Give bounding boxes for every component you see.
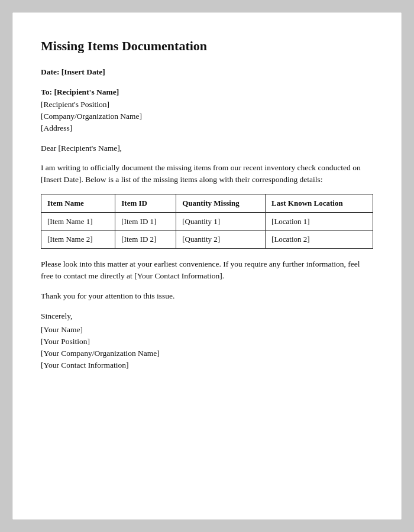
table-cell-0-0: [Item Name 1] <box>41 212 115 231</box>
to-label: To: <box>41 87 54 96</box>
table-cell-0-2: [Quantity 1] <box>176 212 266 231</box>
table-row: [Item Name 2][Item ID 2][Quantity 2][Loc… <box>41 231 373 249</box>
table-cell-0-1: [Item ID 1] <box>115 212 176 231</box>
your-company: [Your Company/Organization Name] <box>41 348 373 359</box>
table-cell-1-1: [Item ID 2] <box>115 231 176 249</box>
closing-sincerely: Sincerely, <box>41 310 373 322</box>
date-line: Date: [Insert Date] <box>41 66 373 78</box>
your-contact: [Your Contact Information] <box>41 359 373 371</box>
recipient-name-inline: [Recipient's Name] <box>54 87 119 96</box>
thank-you-paragraph: Thank you for your attention to this iss… <box>41 290 373 302</box>
address: [Address] <box>41 122 373 134</box>
your-position: [Your Position] <box>41 336 373 348</box>
body-paragraph: I am writing to officially document the … <box>41 162 373 186</box>
document-title: Missing Items Documentation <box>41 36 373 56</box>
table-cell-1-2: [Quantity 2] <box>176 231 266 249</box>
col-header-quantity-missing: Quantity Missing <box>176 194 266 213</box>
items-table: Item Name Item ID Quantity Missing Last … <box>41 194 373 249</box>
company-name: [Company/Organization Name] <box>41 111 373 122</box>
your-name: [Your Name] <box>41 324 373 336</box>
table-cell-1-3: [Location 2] <box>266 231 373 249</box>
table-header-row: Item Name Item ID Quantity Missing Last … <box>41 194 373 213</box>
recipient-position: [Recipient's Position] <box>41 99 373 111</box>
closing-block: Sincerely, [Your Name] [Your Position] [… <box>41 310 373 371</box>
document-page: Missing Items Documentation Date: [Inser… <box>12 12 402 520</box>
salutation: Dear [Recipient's Name], <box>41 142 373 154</box>
table-cell-1-0: [Item Name 2] <box>41 231 115 249</box>
col-header-item-name: Item Name <box>41 194 115 213</box>
date-value: [Insert Date] <box>62 67 105 76</box>
to-block: To: [Recipient's Name] [Recipient's Posi… <box>41 86 373 134</box>
table-cell-0-3: [Location 1] <box>266 212 373 231</box>
col-header-item-id: Item ID <box>115 194 176 213</box>
date-label: Date: <box>41 67 62 76</box>
followup-paragraph: Please look into this matter at your ear… <box>41 258 373 283</box>
table-row: [Item Name 1][Item ID 1][Quantity 1][Loc… <box>41 212 373 231</box>
col-header-last-known-location: Last Known Location <box>266 194 373 213</box>
to-line: To: [Recipient's Name] <box>41 86 373 98</box>
